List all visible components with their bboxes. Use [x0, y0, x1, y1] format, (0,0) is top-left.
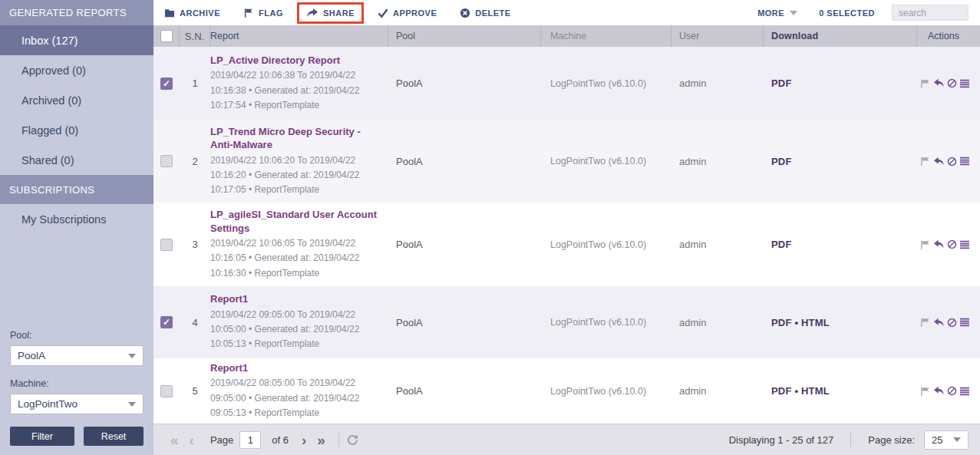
reply-icon[interactable] [933, 386, 945, 396]
table-row: 5 Report1 2019/04/22 08:05:00 To 2019/04… [153, 358, 980, 424]
report-title-link[interactable]: LP_Active Directory Report [210, 54, 381, 68]
sidebar-section-title: GENERATED REPORTS [9, 7, 127, 18]
download-links[interactable]: PDF [764, 239, 917, 250]
block-icon[interactable] [947, 239, 957, 249]
filter-button[interactable]: Filter [10, 427, 74, 446]
pool-select[interactable]: PoolA [10, 345, 144, 366]
flag-icon[interactable] [920, 79, 931, 88]
sidebar-section-generated-reports: GENERATED REPORTS [0, 0, 153, 25]
table-row: 3 LP_agileSI_Standard User Account Setti… [153, 203, 980, 286]
column-header-pool[interactable]: Pool [388, 25, 541, 47]
last-page-button[interactable]: » [312, 433, 331, 447]
row-user: admin [671, 239, 764, 250]
machine-select-value: LogPointTwo [18, 398, 78, 410]
block-icon[interactable] [947, 78, 957, 88]
report-title-link[interactable]: LP_Trend Micro Deep Security - Anti-Malw… [210, 125, 381, 152]
sidebar-section-title: SUBSCRIPTIONS [9, 184, 94, 196]
row-checkbox[interactable] [160, 385, 173, 397]
list-icon[interactable] [959, 240, 970, 249]
reply-icon[interactable] [933, 157, 945, 167]
list-icon[interactable] [959, 79, 970, 88]
machine-select[interactable]: LogPointTwo [10, 394, 144, 414]
reply-icon[interactable] [933, 318, 945, 328]
row-sn: 2 [180, 156, 210, 167]
search-input[interactable] [892, 5, 968, 21]
column-header-download[interactable]: Download [764, 25, 917, 47]
row-sn: 3 [180, 239, 210, 250]
chevron-down-icon [128, 354, 136, 358]
reply-icon[interactable] [933, 78, 945, 88]
sidebar-item-inbox[interactable]: Inbox (127) [0, 25, 153, 55]
sidebar-item-label: Shared (0) [21, 154, 74, 167]
page-number-input[interactable] [239, 431, 261, 449]
download-links[interactable]: PDF [764, 77, 917, 89]
row-user: admin [671, 385, 764, 397]
row-machine: LogPointTwo (v6.10.0) [541, 239, 671, 250]
table-row: 1 LP_Active Directory Report 2019/04/22 … [153, 47, 980, 120]
archive-button[interactable]: ARCHIVE [164, 8, 220, 18]
report-title-link[interactable]: LP_agileSI_Standard User Account Setting… [210, 208, 381, 235]
refresh-icon[interactable] [347, 434, 358, 446]
delete-button[interactable]: DELETE [460, 8, 510, 18]
flag-icon[interactable] [920, 157, 931, 166]
row-checkbox[interactable] [160, 239, 173, 251]
select-all-checkbox[interactable] [160, 30, 173, 42]
list-icon[interactable] [959, 318, 970, 327]
report-title-link[interactable]: Report1 [210, 361, 381, 375]
column-header-actions[interactable]: Actions [917, 25, 980, 47]
sidebar-item-label: My Subscriptions [21, 213, 106, 226]
machine-filter-label: Machine: [10, 378, 144, 389]
pool-filter-label: Pool: [10, 330, 144, 341]
column-header-user[interactable]: User [671, 25, 764, 47]
divider [338, 433, 339, 447]
chevron-down-icon [953, 437, 961, 442]
more-button[interactable]: MORE [757, 8, 797, 18]
sidebar-item-shared[interactable]: Shared (0) [0, 145, 153, 175]
row-pool: PoolA [388, 385, 541, 397]
list-icon[interactable] [959, 157, 970, 166]
pagination-bar: « ‹ Page of 6 › » Displaying 1 - 25 of 1… [153, 424, 980, 455]
reset-button[interactable]: Reset [84, 427, 144, 446]
download-links[interactable]: PDF [764, 156, 917, 167]
sidebar-item-approved[interactable]: Approved (0) [0, 55, 153, 85]
column-header-machine[interactable]: Machine [541, 25, 671, 47]
flag-icon[interactable] [920, 318, 931, 327]
next-page-button[interactable]: › [296, 433, 312, 447]
flag-icon[interactable] [920, 240, 931, 249]
share-button[interactable]: SHARE [297, 2, 364, 24]
first-page-button[interactable]: « [165, 433, 184, 447]
block-icon[interactable] [947, 157, 957, 167]
row-machine: LogPointTwo (v6.10.0) [541, 78, 671, 89]
download-links[interactable]: PDF • HTML [764, 385, 917, 397]
row-checkbox[interactable] [160, 155, 173, 167]
page-count-label: of 6 [272, 434, 289, 446]
flag-icon[interactable] [920, 387, 931, 396]
chevron-down-icon [128, 402, 136, 407]
row-checkbox[interactable] [160, 316, 173, 328]
table-body: 1 LP_Active Directory Report 2019/04/22 … [153, 47, 980, 424]
column-header-sn[interactable]: S.N. [180, 25, 210, 47]
sidebar-filter-area: Pool: PoolA Machine: LogPointTwo Filter … [0, 330, 153, 455]
prev-page-button[interactable]: ‹ [184, 433, 200, 447]
reply-icon[interactable] [933, 239, 945, 249]
row-user: admin [671, 77, 764, 89]
report-title-link[interactable]: Report1 [210, 292, 381, 306]
list-icon[interactable] [959, 387, 970, 396]
page-size-select[interactable]: 25 [924, 430, 968, 450]
report-details: 2019/04/22 10:06:20 To 2019/04/22 10:16:… [210, 153, 381, 198]
row-machine: LogPointTwo (v6.10.0) [541, 386, 671, 397]
sidebar-spacer [0, 234, 153, 330]
flag-button[interactable]: FLAG [243, 8, 283, 18]
sidebar-item-flagged[interactable]: Flagged (0) [0, 115, 153, 145]
table-row: 2 LP_Trend Micro Deep Security - Anti-Ma… [153, 120, 980, 203]
sidebar-section-subscriptions: SUBSCRIPTIONS [0, 175, 153, 204]
download-links[interactable]: PDF • HTML [764, 317, 917, 328]
row-checkbox[interactable] [160, 77, 173, 90]
block-icon[interactable] [947, 318, 957, 328]
approve-button[interactable]: APPROVE [378, 8, 437, 18]
row-sn: 5 [180, 385, 210, 397]
column-header-report[interactable]: Report [210, 25, 388, 47]
sidebar-item-archived[interactable]: Archived (0) [0, 85, 153, 115]
block-icon[interactable] [947, 386, 957, 396]
sidebar-item-my-subscriptions[interactable]: My Subscriptions [0, 204, 153, 234]
